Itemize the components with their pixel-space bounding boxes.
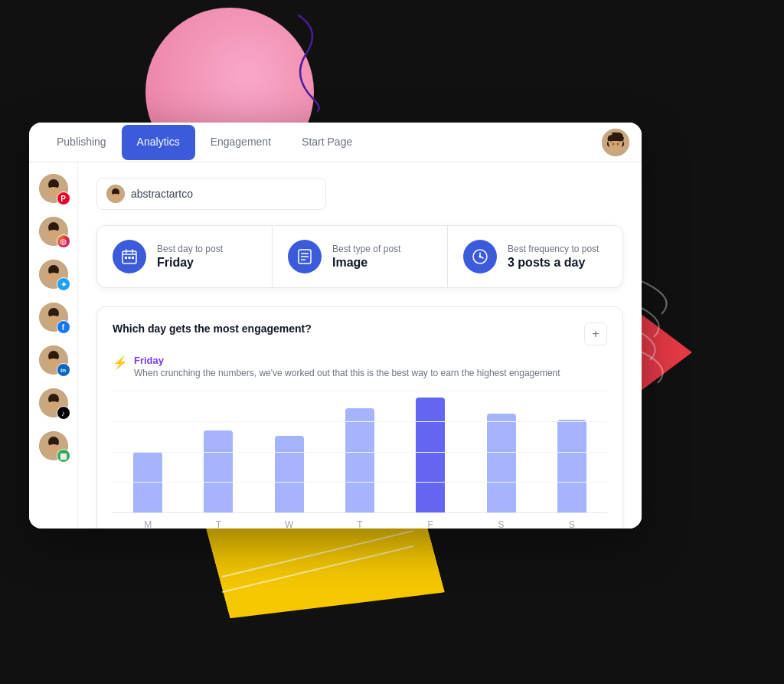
sidebar-item-other[interactable]: ▦ (37, 429, 70, 463)
bar-5[interactable] (487, 414, 516, 512)
app-body: P ◎ (29, 162, 642, 529)
svg-point-46 (479, 256, 482, 258)
chart-label-1: T (183, 519, 253, 529)
twitter-badge: ✦ (57, 277, 70, 291)
avatar[interactable] (602, 129, 629, 156)
app-window: Publishing Analytics Engagement Start Pa… (29, 123, 642, 529)
account-name: abstractartco (131, 188, 193, 200)
svg-point-5 (609, 140, 622, 151)
chart-insight: ⚡ Friday When crunching the numbers, we'… (113, 355, 607, 378)
sidebar-item-linkedin[interactable]: in (37, 343, 70, 377)
chart-section: Which day gets the most engagement? + ⚡ … (96, 306, 623, 529)
chart-header: Which day gets the most engagement? + (113, 322, 607, 345)
svg-point-6 (612, 142, 615, 145)
svg-rect-38 (132, 257, 134, 259)
bar-group-F-4 (395, 391, 466, 512)
bar-4[interactable] (416, 398, 445, 512)
bar-group-T-1 (183, 391, 253, 512)
chart-label-5: S (466, 519, 536, 529)
tab-publishing[interactable]: Publishing (41, 125, 122, 160)
chart-title: Which day gets the most engagement? (113, 322, 312, 335)
insight-description: When crunching the numbers, we've worked… (134, 368, 560, 378)
insight-day: Friday (134, 355, 560, 366)
best-type-icon (288, 240, 322, 273)
chart-label-2: W (254, 519, 325, 529)
insight-bolt-icon: ⚡ (113, 355, 128, 370)
metrics-row: Best day to post Friday Bes (96, 225, 623, 288)
bar-chart (113, 391, 607, 513)
best-type-text: Best type of post Image (332, 244, 400, 270)
best-frequency-icon (463, 240, 497, 273)
bar-group-T-3 (325, 391, 395, 512)
facebook-badge: f (57, 320, 70, 334)
best-frequency-text: Best frequency to post 3 posts a day (508, 244, 599, 270)
metric-best-frequency: Best frequency to post 3 posts a day (448, 226, 622, 287)
pinterest-badge: P (57, 191, 70, 205)
main-content: abstractartco (78, 162, 642, 529)
tiktok-badge: ♪ (57, 406, 70, 420)
sidebar: P ◎ (29, 162, 78, 529)
bar-6[interactable] (557, 420, 586, 512)
bar-group-S-6 (537, 391, 607, 512)
instagram-badge: ◎ (57, 234, 70, 248)
sidebar-item-tiktok[interactable]: ♪ (37, 386, 70, 420)
best-type-value: Image (332, 256, 400, 270)
bar-1[interactable] (204, 430, 233, 512)
bar-2[interactable] (275, 436, 304, 512)
chart-plus-button[interactable]: + (584, 322, 607, 345)
best-day-label: Best day to post (157, 244, 223, 254)
chart-label-3: T (325, 519, 395, 529)
other-badge: ▦ (57, 449, 70, 463)
svg-point-31 (110, 194, 121, 201)
account-avatar (106, 185, 125, 203)
tab-engagement[interactable]: Engagement (195, 125, 286, 160)
account-selector[interactable]: abstractartco (96, 178, 326, 210)
bar-group-S-5 (466, 391, 536, 512)
sidebar-item-instagram[interactable]: ◎ (37, 214, 70, 248)
metric-best-day: Best day to post Friday (97, 226, 273, 287)
best-type-label: Best type of post (332, 244, 400, 254)
metric-best-type: Best type of post Image (273, 226, 448, 287)
sidebar-item-facebook[interactable]: f (37, 300, 70, 334)
bar-3[interactable] (345, 408, 374, 512)
chart-label-0: M (113, 519, 183, 529)
bar-group-M-0 (113, 391, 183, 512)
svg-rect-37 (129, 257, 131, 259)
tab-bar: Publishing Analytics Engagement Start Pa… (29, 123, 642, 162)
best-day-text: Best day to post Friday (157, 244, 223, 270)
best-frequency-value: 3 posts a day (508, 256, 599, 270)
best-day-icon (113, 240, 146, 273)
tab-start-page[interactable]: Start Page (286, 125, 368, 160)
svg-point-7 (617, 142, 619, 145)
svg-rect-36 (125, 257, 127, 259)
sidebar-item-pinterest[interactable]: P (37, 172, 70, 205)
deco-scribble-purple (253, 8, 345, 115)
sidebar-item-twitter[interactable]: ✦ (37, 257, 70, 291)
best-day-value: Friday (157, 256, 223, 270)
best-frequency-label: Best frequency to post (508, 244, 599, 254)
linkedin-badge: in (57, 363, 70, 377)
bar-group-W-2 (254, 391, 325, 512)
chart-label-4: F (395, 519, 466, 529)
tab-analytics[interactable]: Analytics (122, 125, 195, 160)
bar-0[interactable] (133, 452, 162, 512)
chart-labels: MTWTFSS (113, 519, 607, 529)
chart-label-6: S (537, 519, 607, 529)
